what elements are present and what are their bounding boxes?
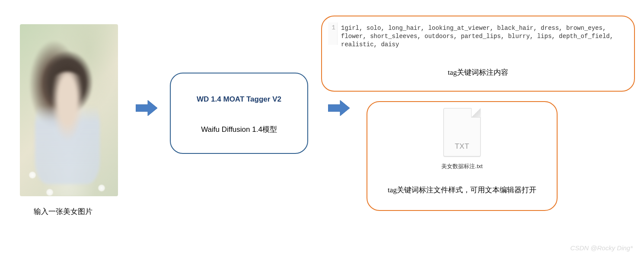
tag-output-box: 1 1girl, solo, long_hair, looking_at_vie…	[321, 16, 635, 92]
input-caption: 输入一张美女图片	[34, 207, 92, 217]
tag-code-block: 1 1girl, solo, long_hair, looking_at_vie…	[328, 22, 628, 45]
daisy-icon	[46, 188, 54, 196]
txt-file-icon: TXT	[443, 108, 481, 156]
file-ext-label: TXT	[444, 142, 480, 151]
daisy-icon	[29, 171, 36, 179]
daisy-icon	[98, 184, 105, 192]
tag-caption: tag关键词标注内容	[322, 67, 634, 77]
line-number: 1	[328, 22, 338, 45]
watermark: CSDN @Rocky Ding*	[571, 244, 633, 252]
file-caption: tag关键词标注文件样式，可用文本编辑器打开	[388, 185, 536, 195]
arrow-right-icon	[136, 100, 157, 116]
tag-text: 1girl, solo, long_hair, looking_at_viewe…	[338, 22, 628, 45]
model-title: WD 1.4 MOAT Tagger V2	[197, 95, 281, 104]
image-figure	[35, 72, 100, 184]
input-image	[20, 24, 118, 196]
model-subtitle: Waifu Diffusion 1.4模型	[201, 124, 277, 134]
model-box: WD 1.4 MOAT Tagger V2 Waifu Diffusion 1.…	[170, 73, 308, 154]
file-corner-fold	[471, 108, 481, 118]
file-output-box: TXT 美女数据标注.txt tag关键词标注文件样式，可用文本编辑器打开	[367, 101, 558, 211]
file-name: 美女数据标注.txt	[441, 163, 482, 170]
arrow-right-icon	[328, 100, 350, 116]
